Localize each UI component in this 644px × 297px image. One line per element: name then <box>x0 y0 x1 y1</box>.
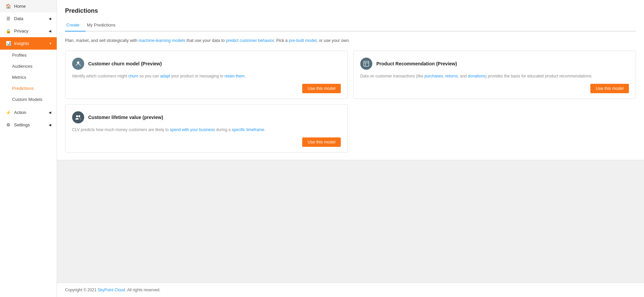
card-churn-desc: Identify which customers might churn so … <box>72 73 341 79</box>
home-icon: 🏠 <box>5 4 11 9</box>
data-chevron-icon: ◀ <box>49 17 51 20</box>
sidebar-item-settings[interactable]: ⚙ Settings ◀ <box>0 119 57 131</box>
svg-point-4 <box>76 115 78 117</box>
svg-point-5 <box>78 115 80 117</box>
data-icon: ☰ <box>5 16 11 21</box>
tab-create-label: Create <box>66 22 79 27</box>
action-icon: ⚡ <box>5 110 11 115</box>
sidebar-item-insights[interactable]: 📊 Insights ▾ <box>0 37 57 50</box>
sidebar-sub-audiences-label: Audiences <box>12 64 33 69</box>
tab-my-predictions[interactable]: My Predictions <box>86 20 121 32</box>
insights-chevron-icon: ▾ <box>50 42 51 45</box>
card-churn-header: Customer churn model (Preview) <box>72 58 341 70</box>
card-recommendation-header: Product Recommendation (Preview) <box>360 58 629 70</box>
sidebar-item-data[interactable]: ☰ Data ◀ <box>0 12 57 25</box>
card-recommendation-footer: Use this model <box>360 84 629 93</box>
sidebar-item-custom-models[interactable]: Custom Models <box>0 94 57 105</box>
svg-point-0 <box>77 61 79 64</box>
privacy-chevron-icon: ◀ <box>49 29 51 33</box>
tab-create[interactable]: Create <box>65 20 86 32</box>
sidebar-item-insights-label: Insights <box>14 41 29 46</box>
card-clv-footer: Use this model <box>72 137 341 147</box>
action-chevron-icon: ◀ <box>49 111 51 114</box>
sidebar-item-predictions[interactable]: Predictions <box>0 83 57 94</box>
sidebar: 🏠 Home ☰ Data ◀ 🔒 Privacy ◀ 📊 Insights ▾… <box>0 0 57 297</box>
sidebar-item-data-label: Data <box>14 16 23 21</box>
privacy-icon: 🔒 <box>5 28 11 34</box>
clv-icon <box>72 111 84 123</box>
sidebar-item-action[interactable]: ⚡ Action ◀ <box>0 106 57 119</box>
settings-icon: ⚙ <box>5 122 11 127</box>
sidebar-sub-metrics-label: Metrics <box>12 75 26 80</box>
card-churn-title: Customer churn model (Preview) <box>88 61 162 66</box>
main-content: Predictions Create My Predictions Plan, … <box>57 0 644 297</box>
sidebar-item-profiles[interactable]: Profiles <box>0 50 57 61</box>
footer-text: Copyright © 2021 <box>65 288 98 292</box>
sidebar-item-home[interactable]: 🏠 Home <box>0 0 57 12</box>
card-churn: Customer churn model (Preview) Identify … <box>65 51 348 99</box>
card-clv-title: Customer lifetime value (preview) <box>88 115 163 120</box>
settings-chevron-icon: ◀ <box>49 123 51 127</box>
card-clv: Customer lifetime value (preview) CLV pr… <box>65 104 348 153</box>
card-recommendation: Product Recommendation (Preview) Data on… <box>353 51 636 99</box>
tabs-bar: Create My Predictions <box>65 20 636 32</box>
sidebar-item-action-label: Action <box>14 110 26 115</box>
page-title: Predictions <box>65 7 636 14</box>
use-model-clv-button[interactable]: Use this model <box>302 137 341 147</box>
sidebar-sub-predictions-label: Predictions <box>12 86 34 91</box>
footer-brand-link[interactable]: SkyPoint Cloud <box>98 288 125 292</box>
sidebar-item-privacy[interactable]: 🔒 Privacy ◀ <box>0 25 57 37</box>
card-recommendation-desc: Data on customer transactions (like purc… <box>360 73 629 79</box>
content-area: Predictions Create My Predictions Plan, … <box>57 0 644 160</box>
sidebar-item-metrics[interactable]: Metrics <box>0 72 57 83</box>
tab-my-predictions-label: My Predictions <box>87 22 115 27</box>
use-model-recommendation-button[interactable]: Use this model <box>590 84 629 93</box>
footer-suffix: . All rights reserved. <box>125 288 160 292</box>
sidebar-sub-custom-models-label: Custom Models <box>12 97 42 102</box>
sidebar-item-audiences[interactable]: Audiences <box>0 61 57 72</box>
use-model-churn-button[interactable]: Use this model <box>302 84 341 93</box>
insights-icon: 📊 <box>5 41 11 46</box>
bottom-fill <box>57 160 644 283</box>
card-clv-desc: CLV predicts how much money customers ar… <box>72 127 341 133</box>
card-churn-footer: Use this model <box>72 84 341 93</box>
footer: Copyright © 2021 SkyPoint Cloud. All rig… <box>57 283 644 297</box>
page-description: Plan, market, and sell strategically wit… <box>65 38 636 44</box>
sidebar-item-home-label: Home <box>14 4 26 9</box>
sidebar-sub-profiles-label: Profiles <box>12 53 26 58</box>
sidebar-item-settings-label: Settings <box>14 122 30 127</box>
sidebar-item-privacy-label: Privacy <box>14 28 29 34</box>
churn-icon <box>72 58 84 70</box>
card-recommendation-title: Product Recommendation (Preview) <box>376 61 457 66</box>
recommendation-icon <box>360 58 372 70</box>
svg-rect-1 <box>364 61 369 66</box>
cards-grid: Customer churn model (Preview) Identify … <box>65 51 636 153</box>
card-clv-header: Customer lifetime value (preview) <box>72 111 341 123</box>
